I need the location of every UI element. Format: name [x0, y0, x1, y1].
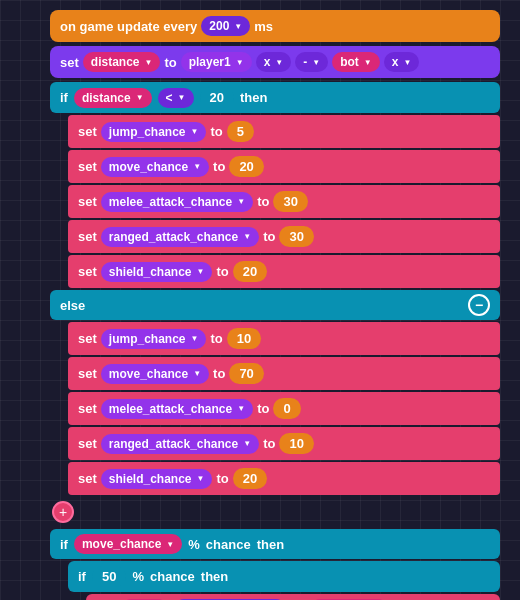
x1-pill[interactable]: x: [256, 52, 292, 72]
ms-label: ms: [254, 19, 273, 34]
move-chance-pill[interactable]: move_chance: [101, 157, 209, 177]
percent2-label: %: [132, 569, 144, 584]
to-label-1: to: [210, 124, 222, 139]
else-shield-pill[interactable]: shield_chance: [101, 469, 213, 489]
distance-pill[interactable]: distance: [83, 52, 161, 72]
bot-pill[interactable]: bot: [332, 52, 380, 72]
set-label: set: [60, 55, 79, 70]
if-move-chance-block: if move_chance % chance then: [50, 529, 500, 559]
set-jump-chance-block: set jump_chance to 5: [68, 115, 500, 148]
else-set-shield-block: set shield_chance to 20: [68, 462, 500, 495]
else-ranged-value: 10: [279, 433, 313, 454]
if3-label: if: [78, 569, 86, 584]
else-to-3: to: [257, 401, 269, 416]
else-jump-value: 10: [227, 328, 261, 349]
set-label-5: set: [78, 264, 97, 279]
set-label-4: set: [78, 229, 97, 244]
else-block: else −: [50, 290, 500, 320]
else-set-3: set: [78, 401, 97, 416]
then-label: then: [240, 90, 267, 105]
else-set-5: set: [78, 471, 97, 486]
then3-label: then: [201, 569, 228, 584]
set-shield-chance-block: set shield_chance to 20: [68, 255, 500, 288]
else-jump-pill[interactable]: jump_chance: [101, 329, 207, 349]
on-game-update-block: on game update every 200 ms: [50, 10, 500, 42]
if-value: 20: [200, 87, 234, 108]
chance-label: chance: [206, 537, 251, 552]
then2-label: then: [257, 537, 284, 552]
else-to-4: to: [263, 436, 275, 451]
else-shield-value: 20: [233, 468, 267, 489]
set-distance-block: set distance to player1 x - bot x: [50, 46, 500, 78]
else-ranged-pill[interactable]: ranged_attack_chance: [101, 434, 259, 454]
shield-chance-pill[interactable]: shield_chance: [101, 262, 213, 282]
else-to-2: to: [213, 366, 225, 381]
if-label: if: [60, 90, 68, 105]
percent-label: %: [188, 537, 200, 552]
else-set-jump-block: set jump_chance to 10: [68, 322, 500, 355]
move-value: 20: [229, 156, 263, 177]
else-move-value: 70: [229, 363, 263, 384]
set-move-chance-block: set move_chance to 20: [68, 150, 500, 183]
distance-if-pill[interactable]: distance: [74, 88, 152, 108]
else-set-move-block: set move_chance to 70: [68, 357, 500, 390]
player1-pill[interactable]: player1: [181, 52, 252, 72]
else-to-1: to: [210, 331, 222, 346]
set-ranged-chance-block: set ranged_attack_chance to 30: [68, 220, 500, 253]
minus-pill[interactable]: -: [295, 52, 328, 72]
set-label-3: set: [78, 194, 97, 209]
else-to-5: to: [216, 471, 228, 486]
set-label-1: set: [78, 124, 97, 139]
if-50-chance-block: if 50 % chance then: [68, 561, 500, 592]
else-set-ranged-block: set ranged_attack_chance to 10: [68, 427, 500, 460]
to-label-4: to: [263, 229, 275, 244]
else-melee-value: 0: [273, 398, 300, 419]
add-block-button[interactable]: +: [52, 501, 74, 523]
to-label-3: to: [257, 194, 269, 209]
melee-value: 30: [273, 191, 307, 212]
else-melee-pill[interactable]: melee_attack_chance: [101, 399, 253, 419]
jump-value: 5: [227, 121, 254, 142]
shield-value: 20: [233, 261, 267, 282]
ranged-value: 30: [279, 226, 313, 247]
x2-pill[interactable]: x: [384, 52, 420, 72]
else-move-pill[interactable]: move_chance: [101, 364, 209, 384]
set-bot-vx-block: set bot vx (velocity_x) to distance: [86, 594, 500, 600]
ms-value-pill[interactable]: 200: [201, 16, 250, 36]
to-label: to: [164, 55, 176, 70]
ranged-chance-pill[interactable]: ranged_attack_chance: [101, 227, 259, 247]
chance2-label: chance: [150, 569, 195, 584]
melee-chance-pill[interactable]: melee_attack_chance: [101, 192, 253, 212]
if2-label: if: [60, 537, 68, 552]
move-chance-if-pill[interactable]: move_chance: [74, 534, 182, 554]
set-label-2: set: [78, 159, 97, 174]
else-set-2: set: [78, 366, 97, 381]
else-label: else: [60, 298, 85, 313]
else-set-1: set: [78, 331, 97, 346]
else-set-melee-block: set melee_attack_chance to 0: [68, 392, 500, 425]
if-distance-block: if distance < 20 then: [50, 82, 500, 113]
else-set-4: set: [78, 436, 97, 451]
lt-pill[interactable]: <: [158, 88, 194, 108]
event-label: on game update every: [60, 19, 197, 34]
jump-chance-pill[interactable]: jump_chance: [101, 122, 207, 142]
to-label-5: to: [216, 264, 228, 279]
collapse-button[interactable]: −: [468, 294, 490, 316]
set-melee-chance-block: set melee_attack_chance to 30: [68, 185, 500, 218]
to-label-2: to: [213, 159, 225, 174]
fifty-value: 50: [92, 566, 126, 587]
